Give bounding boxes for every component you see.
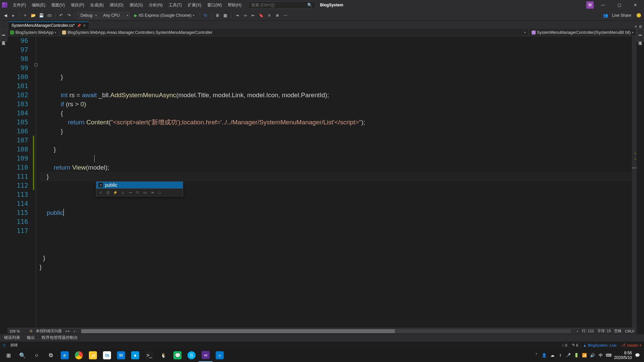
tray-mic-icon[interactable]: 🎤 [566,353,571,358]
menu-edit[interactable]: 编辑(E) [29,1,48,9]
save-all-icon[interactable]: 🗃 [46,12,53,19]
step-out-icon[interactable]: ⇤ [250,12,257,19]
start-debug-button[interactable]: ▶ IIS Express (Google Chrome) ▾ [131,12,197,19]
search-input[interactable] [251,3,305,7]
eol-mode[interactable]: CRLF [625,329,635,333]
filter-interface-icon[interactable]: ⊸ [127,190,133,195]
nav-back-icon[interactable]: ◀ [2,12,9,19]
nav-fwd-icon[interactable]: ▸ [10,12,17,19]
step-over-icon[interactable]: ⤼ [242,12,249,19]
status-feedback-icon[interactable]: ⊞ [3,343,6,347]
taskbar-chrome[interactable] [72,349,86,362]
taskbar-edge[interactable]: e [58,349,72,362]
filter-snippet-icon[interactable]: ≔ [149,190,155,195]
tray-clock[interactable]: 8:56 2020/5/10 [614,351,632,360]
taskbar-wechat[interactable]: 💬 [170,349,184,362]
sidebar-tab-solution-explorer[interactable]: 解决方案资源管理器 [637,29,644,35]
more-icon[interactable]: ⋯ [282,12,289,19]
tool-icon-2[interactable]: ▦ [222,12,229,19]
taskbar-skype[interactable]: S [184,349,199,362]
tab-output[interactable]: 输出 [25,334,36,341]
tray-wifi-icon[interactable]: 📶 [582,353,587,358]
browser-link-icon[interactable]: 🖥 [214,12,221,19]
menu-build[interactable]: 生成(B) [88,1,106,9]
menu-analyze[interactable]: 分析(N) [146,1,165,9]
zoom-combo[interactable]: 109 % [9,329,26,333]
start-button[interactable]: ⊞ [1,349,15,362]
issues-text[interactable]: 未找到相关问题 [36,328,62,334]
taskbar-terminal[interactable]: >_ [142,349,156,362]
menu-test[interactable]: 测试(S) [127,1,146,9]
user-avatar[interactable]: H [586,1,594,9]
menu-project[interactable]: 项目(P) [68,1,87,9]
sidebar-tab-toolbox[interactable]: 工具箱 [0,36,7,42]
tray-volume-icon[interactable]: 🔊 [590,353,595,358]
intellisense-item-selected[interactable]: ⌑ public [96,182,183,188]
new-project-icon[interactable]: ✧ [22,12,29,19]
filter-field-icon[interactable]: ◇ [120,190,126,195]
taskbar-store[interactable]: 🛍 [100,349,114,362]
status-publish[interactable]: ↑0 [562,343,567,347]
step-into-icon[interactable]: ⇥ [234,12,240,19]
tab-pkg-console[interactable]: 程序包管理器控制台 [40,334,79,341]
tab-error-list[interactable]: 错误列表 [3,334,21,341]
taskbar-qq[interactable]: 🐧 [156,349,170,362]
editor[interactable]: 9697989910010110210310410510610710810911… [7,36,637,328]
vertical-scrollbar[interactable] [632,36,637,328]
redo-icon[interactable]: ↷ [66,12,72,19]
taskbar-app1[interactable]: ● [128,349,142,362]
live-share-button[interactable]: Live Share [612,13,631,18]
menu-extensions[interactable]: 扩展(X) [185,1,204,9]
tab-settings-icon[interactable]: ✿ [639,24,642,29]
menu-help[interactable]: 帮助(H) [225,1,244,9]
file-tab-active[interactable]: SystemMenuManagerController.cs* 📌 ✕ [9,21,89,29]
tray-people-icon[interactable]: 👤 [542,353,547,358]
nav-project[interactable]: BlogSystem.WebApp ▾ [7,29,59,36]
platform-combo[interactable]: Any CPU [100,12,130,19]
bookmark-icon[interactable]: 🔖 [258,12,265,19]
taskbar-mail[interactable]: ✉ [114,349,128,362]
menu-tools[interactable]: 工具(T) [166,1,184,9]
status-branch[interactable]: ⎇master▾ [621,343,641,347]
indent-mode[interactable]: 空格 [614,328,622,334]
sidebar-tab-server-explorer[interactable]: 服务器资源管理器 [0,29,7,35]
menu-view[interactable]: 视图(V) [49,1,67,9]
pin-icon[interactable]: 📌 [77,24,81,27]
taskbar-explorer[interactable]: 📁 [86,349,100,362]
nav-member[interactable]: SystemMenuManagerController(ISystemMenuB… [529,29,637,36]
tab-close-icon[interactable]: ✕ [83,23,86,28]
taskbar-vscode[interactable]: ⟐ [213,349,227,362]
feedback-icon[interactable]: 🙂 [635,12,642,19]
sidebar-tab-properties[interactable]: 属性 [637,36,644,42]
status-repo[interactable]: ▲BlogSystem -Live [583,343,616,347]
intellisense-popup[interactable]: ⌑ public ⤢ {} ⚡ ◇ ⊸ ⌑ ▭ ≔ □ [96,181,183,196]
menu-file[interactable]: 文件(F) [10,1,29,9]
close-button[interactable]: ✕ [629,0,642,10]
taskbar-visual-studio[interactable]: ∞ [199,349,213,362]
cortana-icon[interactable]: ○ [30,349,44,362]
tray-bluetooth-icon[interactable]: ᚼ [558,353,563,358]
tray-notifications-icon[interactable]: 💬 [635,353,640,358]
menu-window[interactable]: 窗口(W) [205,1,224,9]
uncomment-icon[interactable]: ≢ [274,12,281,19]
nav-class[interactable]: BlogSystem.WebApp.Areas.Manager.Controll… [59,29,529,36]
tray-ime-mode-icon[interactable]: ⌨ [606,353,611,358]
tray-onedrive-icon[interactable]: ☁ [550,353,555,358]
hscroll-right-icon[interactable]: ▸ [577,329,579,333]
filter-event-icon[interactable]: ⚡ [112,190,118,195]
fold-box-icon[interactable]: − [35,63,38,66]
status-changes[interactable]: ✎6 [572,343,578,347]
tray-battery-icon[interactable]: 🔋 [574,353,579,358]
filter-braces-icon[interactable]: {} [105,190,111,195]
filter-misc-icon[interactable]: □ [157,190,163,195]
filter-method-icon[interactable]: ▭ [142,190,148,195]
undo-icon[interactable]: ↶ [58,12,64,19]
tray-chevron-icon[interactable]: ˄ [534,353,539,358]
minimize-button[interactable]: — [596,0,610,10]
menu-debug[interactable]: 调试(D) [107,1,126,9]
tab-overflow-icon[interactable]: ▾ [635,24,637,29]
open-icon[interactable]: 📂 [30,12,37,19]
task-view-icon[interactable]: ⧉ [44,349,58,362]
hscroll-left-icon[interactable]: ◂ [73,329,75,333]
comment-icon[interactable]: ≡ [266,12,273,19]
